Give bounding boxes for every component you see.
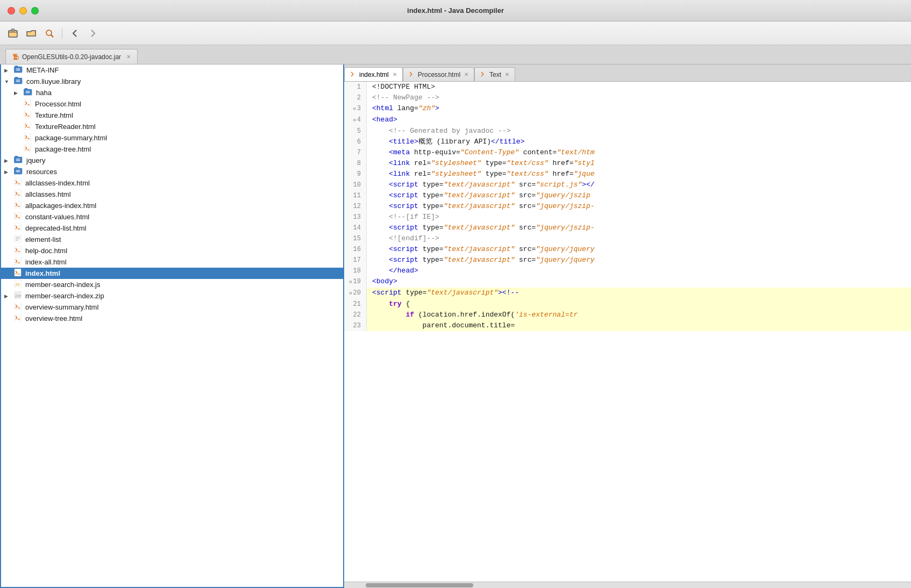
tree-icon-allpackages-index-html bbox=[14, 201, 22, 210]
svg-rect-50 bbox=[15, 257, 21, 265]
tree-item-allpackages-index-html[interactable]: allpackages-index.html bbox=[1, 200, 343, 211]
tree-label-overview-tree-html: overview-tree.html bbox=[25, 314, 82, 322]
tree-item-member-search-index-js[interactable]: JS member-search-index.js bbox=[1, 279, 343, 290]
tree-label-package-tree-html: package-tree.html bbox=[35, 145, 91, 153]
svg-rect-18 bbox=[24, 111, 31, 118]
code-line-23: 23 parent.document.title= bbox=[344, 320, 911, 331]
file-tree[interactable]: ▶ META-INF▼ com.liuyue.library▶ haha Pro… bbox=[0, 64, 344, 588]
close-button[interactable] bbox=[8, 7, 15, 15]
tree-item-texture-html[interactable]: Texture.html bbox=[1, 110, 343, 121]
tree-icon-help-doc-html bbox=[14, 246, 22, 255]
line-content-18: </head> bbox=[367, 266, 911, 276]
svg-rect-9 bbox=[15, 77, 18, 79]
tree-label-allpackages-index-html: allpackages-index.html bbox=[25, 202, 96, 210]
tree-label-overview-summary-html: overview-summary.html bbox=[25, 303, 98, 311]
line-number-16: 16 bbox=[344, 244, 367, 255]
tree-icon-package-tree-html bbox=[24, 145, 31, 154]
tree-item-resources[interactable]: ▶ resources bbox=[1, 166, 343, 177]
tree-item-element-list[interactable]: element-list bbox=[1, 234, 343, 245]
tree-arrow: ▶ bbox=[4, 158, 12, 163]
svg-rect-48 bbox=[15, 246, 21, 254]
tree-item-constant-values-html[interactable]: constant-values.html bbox=[1, 211, 343, 223]
tree-icon-allclasses-index-html bbox=[14, 178, 22, 188]
tree-item-member-search-index-zip[interactable]: ▶ ZIP member-search-index.zip bbox=[1, 290, 343, 302]
tree-icon-member-search-index-js: JS bbox=[14, 280, 22, 289]
back-button[interactable] bbox=[67, 26, 82, 41]
tab-index-close[interactable]: ✕ bbox=[393, 71, 397, 77]
line-number-17: 17 bbox=[344, 255, 367, 266]
code-line-11: 11 <script type="text/javascript" src="j… bbox=[344, 190, 911, 201]
svg-rect-38 bbox=[15, 201, 21, 209]
tab-processor[interactable]: Processor.html✕ bbox=[403, 67, 474, 81]
title-bar: index.html - Java Decompiler bbox=[0, 0, 911, 21]
code-line-19: ⊖19<body> bbox=[344, 276, 911, 288]
tree-item-allclasses-index-html[interactable]: allclasses-index.html bbox=[1, 177, 343, 189]
tree-label-member-search-index-js: member-search-index.js bbox=[25, 281, 100, 289]
line-number-1: 1 bbox=[344, 82, 367, 92]
tab-text[interactable]: Text✕ bbox=[474, 67, 515, 81]
code-line-14: 14 <script type="text/javascript" src="j… bbox=[344, 223, 911, 233]
code-line-5: 5 <!-- Generated by javadoc --> bbox=[344, 126, 911, 137]
tab-processor-close[interactable]: ✕ bbox=[464, 71, 468, 77]
tree-arrow: ▶ bbox=[14, 90, 22, 96]
tree-icon-haha bbox=[24, 88, 32, 97]
tree-item-jquery[interactable]: ▶ jquery bbox=[1, 155, 343, 166]
window-title: index.html - Java Decompiler bbox=[407, 6, 504, 15]
tree-item-com-liuyue-library[interactable]: ▼ com.liuyue.library bbox=[1, 76, 343, 87]
tree-item-index-html[interactable]: index.html bbox=[1, 268, 343, 279]
jar-tab-close[interactable]: ✕ bbox=[126, 54, 131, 60]
tree-item-overview-tree-html[interactable]: overview-tree.html bbox=[1, 313, 343, 324]
tab-text-close[interactable]: ✕ bbox=[505, 71, 509, 77]
svg-rect-60 bbox=[15, 314, 21, 321]
svg-rect-16 bbox=[24, 99, 31, 107]
tree-icon-package-summary-html bbox=[24, 133, 31, 142]
line-number-6: 6 bbox=[344, 137, 367, 147]
minimize-button[interactable] bbox=[19, 7, 27, 15]
tree-item-texturereader-html[interactable]: TextureReader.html bbox=[1, 121, 343, 132]
tree-item-index-all-html[interactable]: index-all.html bbox=[1, 256, 343, 268]
code-line-1: 1<!DOCTYPE HTML> bbox=[344, 82, 911, 92]
tree-label-element-list: element-list bbox=[25, 235, 61, 243]
tree-item-meta-inf[interactable]: ▶ META-INF bbox=[1, 64, 343, 76]
code-view[interactable]: 1<!DOCTYPE HTML>2<!-- NewPage -->⊖3<html… bbox=[344, 82, 911, 582]
open-archive-button[interactable] bbox=[5, 26, 20, 41]
tree-icon-processor-html bbox=[24, 99, 31, 109]
maximize-button[interactable] bbox=[31, 7, 39, 15]
svg-text:ZIP: ZIP bbox=[15, 294, 21, 298]
tree-icon-com-liuyue-library bbox=[14, 77, 23, 86]
tree-item-deprecated-list-html[interactable]: deprecated-list.html bbox=[1, 223, 343, 234]
tree-item-allclasses-html[interactable]: allclasses.html bbox=[1, 189, 343, 200]
tree-label-package-summary-html: package-summary.html bbox=[35, 134, 107, 142]
tree-item-package-tree-html[interactable]: package-tree.html bbox=[1, 144, 343, 155]
jar-tab[interactable]: 🗜 OpenGLESUtils-0.0.20-javadoc.jar ✕ bbox=[5, 49, 138, 64]
tree-item-processor-html[interactable]: Processor.html bbox=[1, 98, 343, 110]
tree-item-overview-summary-html[interactable]: overview-summary.html bbox=[1, 302, 343, 313]
forward-button[interactable] bbox=[86, 26, 101, 41]
open-folder-button[interactable] bbox=[24, 26, 39, 41]
line-content-14: <script type="text/javascript" src="jque… bbox=[367, 223, 911, 233]
tree-icon-element-list bbox=[14, 235, 22, 244]
scroll-thumb[interactable] bbox=[366, 583, 473, 587]
code-line-13: 13 <!--[if IE]> bbox=[344, 212, 911, 223]
tree-item-package-summary-html[interactable]: package-summary.html bbox=[1, 132, 343, 144]
tree-item-haha[interactable]: ▶ haha bbox=[1, 87, 343, 98]
line-number-21: 21 bbox=[344, 299, 367, 310]
code-line-20: ⊖20<script type="text/javascript"><!-- bbox=[344, 288, 911, 299]
svg-rect-36 bbox=[15, 190, 21, 197]
tree-label-texturereader-html: TextureReader.html bbox=[35, 123, 96, 131]
line-number-12: 12 bbox=[344, 201, 367, 212]
line-content-6: <title>概览 (library API)</title> bbox=[367, 137, 911, 147]
tree-icon-deprecated-list-html bbox=[14, 224, 22, 233]
line-content-16: <script type="text/javascript" src="jque… bbox=[367, 244, 911, 255]
horizontal-scrollbar[interactable] bbox=[344, 582, 911, 588]
tree-icon-member-search-index-zip: ZIP bbox=[14, 291, 22, 300]
tree-label-meta-inf: META-INF bbox=[26, 66, 59, 74]
tree-item-help-doc-html[interactable]: help-doc.html bbox=[1, 245, 343, 256]
code-line-15: 15 <![endif]--> bbox=[344, 233, 911, 244]
tree-label-jquery: jquery bbox=[26, 156, 45, 164]
tree-icon-index-all-html bbox=[14, 257, 22, 267]
search-button[interactable] bbox=[42, 26, 57, 41]
editor-tabs: index.html✕Processor.html✕Text✕ bbox=[344, 64, 911, 82]
tab-index[interactable]: index.html✕ bbox=[344, 67, 403, 81]
tab-index-icon bbox=[350, 71, 357, 78]
